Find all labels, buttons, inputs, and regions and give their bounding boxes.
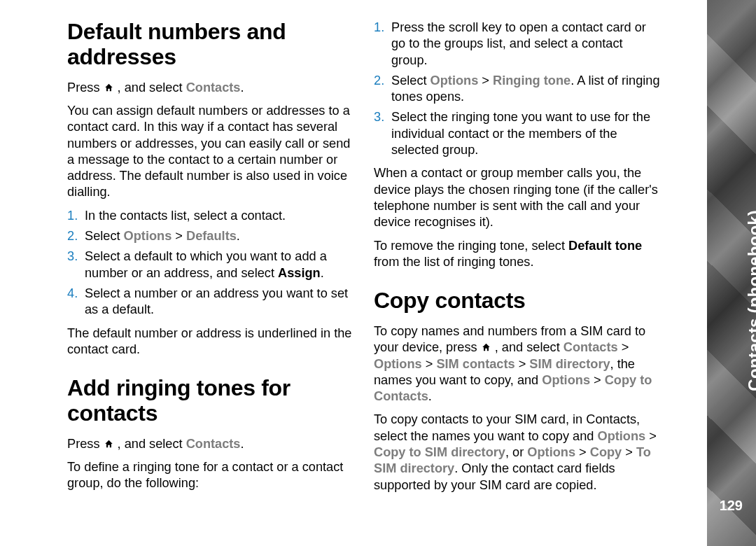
paragraph: Press , and select Contacts. [67, 80, 356, 96]
home-key-icon [104, 439, 114, 449]
chapter-tab: Contacts (phonebook) 129 [707, 0, 756, 546]
menu-path: SIM contacts [436, 357, 514, 371]
heading-ringing-tones: Add ringing tones for contacts [67, 376, 356, 426]
text: > [422, 357, 437, 371]
left-column: Default numbers and addresses Press , an… [67, 20, 356, 518]
paragraph: Press , and select Contacts. [67, 436, 356, 452]
manual-page: Default numbers and addresses Press , an… [0, 0, 756, 518]
menu-path: Options [542, 373, 590, 387]
text: . [240, 437, 244, 451]
step: In the contacts list, select a contact. [85, 208, 356, 224]
step: Select the ringing tone you want to use … [391, 109, 662, 158]
text: > [622, 445, 636, 459]
text: . [237, 229, 240, 243]
paragraph: To copy names and numbers from a SIM car… [374, 323, 662, 405]
home-key-icon [481, 342, 491, 352]
paragraph: When a contact or group member calls you… [374, 165, 662, 230]
step: Select a default to which you want to ad… [85, 248, 356, 281]
menu-path: Contacts [186, 80, 241, 94]
text: , or [505, 445, 527, 459]
text: > [590, 373, 605, 387]
menu-path: Options [527, 445, 575, 459]
menu-path: SIM directory [529, 357, 610, 371]
menu-path: Contacts [564, 340, 618, 354]
menu-path: Options [374, 357, 422, 371]
text: > [478, 74, 493, 88]
paragraph: You can assign default numbers or addres… [67, 103, 356, 201]
step: Select Options > Defaults. [85, 228, 356, 244]
text: , and select [114, 437, 186, 451]
step: Press the scroll key to open a contact c… [391, 20, 662, 69]
heading-default-numbers: Default numbers and addresses [67, 20, 356, 70]
text: . [428, 389, 432, 403]
text: To remove the ringing tone, select [374, 239, 568, 253]
steps-list: Press the scroll key to open a contact c… [374, 20, 662, 158]
chapter-tab-label: Contacts (phonebook) [745, 210, 756, 391]
text: Select [391, 74, 430, 88]
text: Press [67, 437, 104, 451]
text: > [645, 429, 657, 443]
menu-path: Default tone [568, 239, 642, 253]
text: , and select [114, 80, 186, 94]
paragraph: To remove the ringing tone, select Defau… [374, 238, 662, 271]
paragraph: The default number or address is underli… [67, 326, 356, 358]
text: > [515, 357, 530, 371]
menu-path: Contacts [186, 437, 241, 451]
paragraph: To copy contacts to your SIM card, in Co… [374, 412, 662, 493]
menu-path: Copy to SIM directory [374, 445, 505, 459]
text: Select [85, 229, 124, 243]
menu-path: Assign [278, 266, 321, 280]
menu-path: Ringing tone [493, 74, 570, 88]
right-column: Press the scroll key to open a contact c… [374, 20, 662, 518]
step: Select a number or an address you want t… [85, 286, 356, 318]
heading-copy-contacts: Copy contacts [374, 288, 662, 314]
text: > [575, 445, 590, 459]
paragraph: To define a ringing tone for a contact o… [67, 459, 356, 492]
text: . [240, 80, 244, 94]
menu-path: Copy [590, 445, 622, 459]
menu-path: Defaults [186, 229, 237, 243]
steps-list: In the contacts list, select a contact. … [67, 208, 356, 318]
text: . [321, 266, 324, 280]
text: from the list of ringing tones. [374, 255, 533, 269]
text: > [618, 340, 629, 354]
home-key-icon [104, 83, 114, 92]
step: Select Options > Ringing tone. A list of… [391, 73, 662, 106]
text: > [172, 229, 186, 243]
page-number: 129 [720, 498, 743, 514]
menu-path: Options [124, 229, 172, 243]
menu-path: Options [430, 74, 479, 88]
text: , and select [491, 340, 564, 354]
text: Press [67, 80, 104, 94]
menu-path: Options [597, 429, 645, 443]
